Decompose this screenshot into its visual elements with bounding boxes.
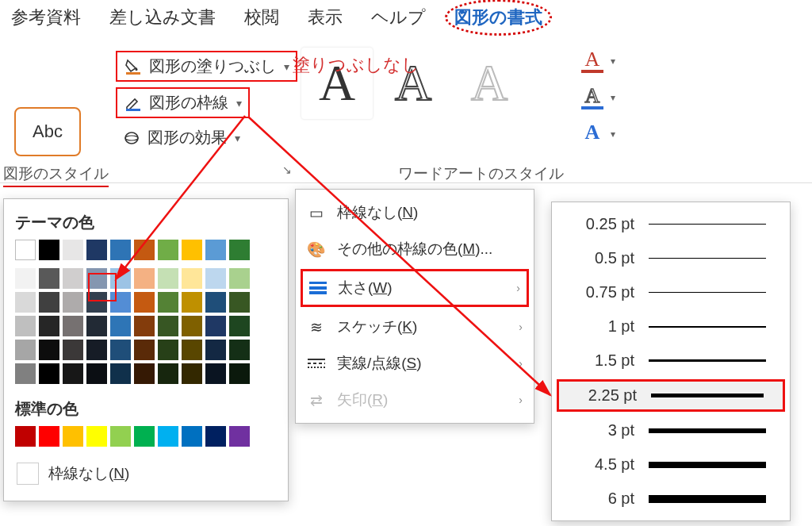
weight-option[interactable]: 0.5 pt: [552, 241, 790, 275]
color-swatch[interactable]: [86, 316, 107, 336]
color-swatch[interactable]: [229, 316, 250, 336]
color-swatch[interactable]: [63, 426, 83, 447]
menu-item-weight[interactable]: 太さ(W) ›: [301, 269, 529, 307]
color-swatch[interactable]: [205, 426, 226, 447]
color-swatch[interactable]: [63, 340, 83, 360]
color-swatch[interactable]: [15, 426, 36, 447]
color-swatch[interactable]: [110, 340, 131, 360]
color-swatch[interactable]: [229, 340, 250, 360]
shape-effects-button[interactable]: 図形の効果 ▾: [116, 124, 247, 152]
color-swatch[interactable]: [15, 268, 36, 289]
color-swatch[interactable]: [63, 316, 83, 336]
weight-option[interactable]: 0.25 pt: [552, 207, 790, 241]
color-swatch[interactable]: [205, 268, 226, 289]
color-swatch[interactable]: [182, 363, 202, 384]
shape-style-preview[interactable]: Abc: [14, 107, 81, 156]
color-swatch[interactable]: [134, 292, 155, 313]
color-swatch[interactable]: [86, 240, 107, 260]
color-swatch[interactable]: [158, 292, 178, 313]
weight-option[interactable]: 0.75 pt: [552, 275, 790, 309]
color-swatch[interactable]: [205, 240, 226, 260]
color-swatch[interactable]: [86, 268, 107, 289]
color-swatch[interactable]: [182, 268, 202, 289]
color-swatch[interactable]: [39, 340, 59, 360]
color-swatch[interactable]: [86, 363, 107, 384]
color-swatch[interactable]: [15, 340, 36, 360]
ribbon-tab[interactable]: ヘルプ: [370, 2, 427, 33]
color-swatch[interactable]: [134, 363, 155, 384]
menu-item-more-colors[interactable]: 🎨 その他の枠線の色(M)...: [296, 231, 534, 267]
color-swatch[interactable]: [134, 240, 155, 260]
color-swatch[interactable]: [229, 426, 250, 447]
color-swatch[interactable]: [158, 316, 178, 336]
menu-item-no-outline[interactable]: ▭ 枠線なし(N): [296, 194, 534, 231]
dialog-launcher-icon[interactable]: ↘: [282, 163, 292, 176]
ribbon-tab[interactable]: 校閲: [243, 2, 281, 33]
color-swatch[interactable]: [63, 240, 83, 260]
color-swatch[interactable]: [39, 240, 59, 260]
color-swatch[interactable]: [39, 363, 59, 384]
color-swatch[interactable]: [229, 268, 250, 289]
color-swatch[interactable]: [182, 340, 202, 360]
color-swatch[interactable]: [229, 292, 250, 313]
text-effects-button[interactable]: A: [579, 121, 606, 144]
color-swatch[interactable]: [134, 426, 155, 447]
color-swatch[interactable]: [110, 240, 131, 260]
color-swatch[interactable]: [39, 426, 59, 447]
color-swatch[interactable]: [39, 292, 59, 313]
color-swatch[interactable]: [229, 240, 250, 260]
color-swatch[interactable]: [86, 292, 107, 313]
shape-fill-button[interactable]: 図形の塗りつぶし ▾: [116, 51, 297, 82]
color-swatch[interactable]: [110, 363, 131, 384]
color-swatch[interactable]: [86, 426, 107, 447]
color-swatch[interactable]: [158, 363, 178, 384]
color-swatch[interactable]: [134, 316, 155, 336]
color-swatch[interactable]: [182, 292, 202, 313]
wordart-style-3[interactable]: A: [454, 48, 525, 119]
color-swatch[interactable]: [134, 268, 155, 289]
weight-option[interactable]: 3 pt: [552, 413, 790, 447]
color-swatch[interactable]: [182, 316, 202, 336]
color-swatch[interactable]: [205, 363, 226, 384]
ribbon-tab[interactable]: 表示: [306, 2, 344, 33]
color-swatch[interactable]: [15, 363, 36, 384]
color-swatch[interactable]: [63, 363, 83, 384]
ribbon-tab[interactable]: 図形の書式: [453, 2, 544, 33]
color-swatch[interactable]: [63, 268, 83, 289]
color-swatch[interactable]: [134, 340, 155, 360]
color-swatch[interactable]: [205, 340, 226, 360]
ribbon-tab[interactable]: 参考資料: [10, 2, 82, 33]
color-swatch[interactable]: [158, 240, 178, 260]
no-outline-item[interactable]: 枠線なし(N): [15, 455, 277, 486]
color-swatch[interactable]: [15, 292, 36, 313]
text-outline-button[interactable]: A: [579, 84, 606, 109]
color-swatch[interactable]: [86, 340, 107, 360]
color-swatch[interactable]: [158, 426, 178, 447]
menu-item-dashes[interactable]: 実線/点線(S) ›: [296, 345, 534, 382]
menu-item-sketch[interactable]: ≋ スケッチ(K) ›: [296, 309, 534, 345]
weight-option[interactable]: 2.25 pt: [557, 379, 785, 412]
color-swatch[interactable]: [110, 292, 131, 313]
color-swatch[interactable]: [15, 316, 36, 336]
color-swatch[interactable]: [39, 316, 59, 336]
color-swatch[interactable]: [182, 426, 202, 447]
color-swatch[interactable]: [15, 240, 36, 260]
color-swatch[interactable]: [205, 292, 226, 313]
weight-option[interactable]: 6 pt: [552, 482, 790, 516]
color-swatch[interactable]: [158, 268, 178, 289]
color-swatch[interactable]: [39, 268, 59, 289]
shape-outline-button[interactable]: 図形の枠線 ▾: [116, 87, 250, 118]
text-fill-button[interactable]: A: [579, 48, 606, 73]
weight-option[interactable]: 1.5 pt: [552, 344, 790, 378]
color-swatch[interactable]: [229, 363, 250, 384]
ribbon-tab[interactable]: 差し込み文書: [108, 2, 217, 33]
color-swatch[interactable]: [110, 316, 131, 336]
color-swatch[interactable]: [182, 240, 202, 260]
color-swatch[interactable]: [63, 292, 83, 313]
weight-option[interactable]: 4.5 pt: [552, 447, 790, 482]
weight-option[interactable]: 1 pt: [552, 309, 790, 344]
color-swatch[interactable]: [158, 340, 178, 360]
color-swatch[interactable]: [110, 426, 131, 447]
color-swatch[interactable]: [110, 268, 131, 289]
color-swatch[interactable]: [205, 316, 226, 336]
